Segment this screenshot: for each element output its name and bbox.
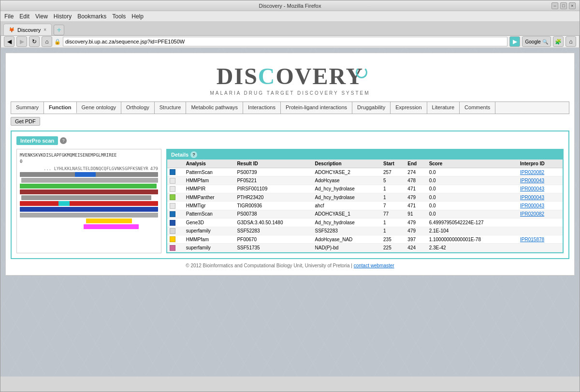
minimize-btn[interactable]: –	[551, 2, 558, 9]
row-interpro-id[interactable]: IPR000043	[518, 202, 563, 210]
main-container: DISCOVERY MALARIA DRUG TARGET DISCOVERY …	[5, 53, 575, 276]
help-icon[interactable]: ?	[60, 137, 67, 144]
seq-start: MVENKSKVKDISLAPFGKMQMEISENEMPGLMRIREE	[20, 153, 116, 158]
row-interpro-id[interactable]: IPR000043	[518, 176, 563, 185]
row-interpro-id[interactable]: IPR020082	[518, 210, 563, 218]
row-start: 1	[381, 193, 405, 202]
addon-btn[interactable]: 🧩	[553, 36, 564, 47]
tab-structure[interactable]: Structure	[155, 102, 187, 114]
col-color	[167, 160, 184, 168]
forward-btn[interactable]: ▶	[16, 36, 27, 47]
row-description: SSF52283	[313, 227, 381, 235]
row-description: ahcf	[313, 202, 381, 210]
interpro-id-link[interactable]: IPR000043	[520, 186, 544, 191]
row-interpro-id	[518, 227, 563, 235]
tab-metabolic-pathways[interactable]: Metabolic pathways	[186, 102, 243, 114]
close-btn[interactable]: ×	[569, 2, 576, 9]
table-row: PatternScanPS00738ADOHCYASE_177910.0IPR0…	[167, 210, 563, 218]
interpro-id-link[interactable]: IPR000043	[520, 203, 544, 208]
logo-container: DISCOVERY	[217, 63, 363, 89]
row-start: 1	[381, 185, 405, 193]
row-description: ADOHCYASE_2	[313, 168, 381, 176]
interpro-id-link[interactable]: IPR015878	[520, 237, 544, 242]
tab-gene-ontology[interactable]: Gene ontology	[77, 102, 122, 114]
menu-tools[interactable]: Tools	[112, 13, 126, 20]
window-title: Discovery - Mozilla Firefox	[259, 3, 321, 9]
menu-edit[interactable]: Edit	[19, 13, 29, 20]
row-interpro-id[interactable]: IPR020082	[518, 168, 563, 176]
row-score: 0.0	[427, 185, 518, 193]
scan-layout: MVENKSKVKDISLAPFGKMQMEISENEMPGLMRIREE 0 …	[16, 149, 564, 253]
row-interpro-id[interactable]: IPR000043	[518, 193, 563, 202]
menu-view[interactable]: View	[35, 13, 48, 20]
table-header-row: Analysis Result ID Description Start End…	[167, 160, 563, 168]
row-description: AdoHcyase_NAD	[313, 235, 381, 243]
interpro-id-link[interactable]: IPR000043	[520, 178, 544, 183]
browser-tab-discovery[interactable]: 🦊 Discovery ×	[3, 24, 52, 35]
row-color	[167, 244, 184, 252]
tab-close-icon[interactable]: ×	[44, 27, 46, 32]
row-analysis: Gene3D	[184, 218, 235, 227]
bar-row-4	[20, 189, 158, 194]
back-btn[interactable]: ◀	[4, 36, 14, 47]
row-score: 1.10000000000001E-78	[427, 235, 518, 243]
details-header: Details ?	[167, 150, 563, 160]
color-swatch	[170, 220, 175, 226]
maximize-btn[interactable]: □	[560, 2, 567, 9]
col-result-id: Result ID	[234, 160, 312, 168]
row-score: 0.0	[427, 210, 518, 218]
row-score: 6.49997950542224E-127	[427, 218, 518, 227]
tab-label: Discovery	[17, 27, 41, 33]
row-end: 479	[405, 218, 426, 227]
tab-function[interactable]: Function	[44, 102, 76, 114]
tab-interactions[interactable]: Interactions	[243, 102, 281, 114]
table-row: HMMPIRPIRSF001109Ad_hcy_hydrolase14710.0…	[167, 185, 563, 193]
home-btn[interactable]: ⌂	[42, 36, 52, 47]
row-analysis: PatternScan	[184, 168, 235, 176]
tab-orthology[interactable]: Orthology	[121, 102, 155, 114]
row-end: 478	[405, 176, 426, 185]
go-btn[interactable]: ▶	[509, 36, 520, 47]
tab-summary[interactable]: Summary	[11, 102, 44, 114]
pdf-button[interactable]: Get PDF	[11, 117, 40, 126]
home2-btn[interactable]: ⌂	[566, 36, 576, 47]
content-area: InterPro scan ? MVENKSKVKDISLAPFGKMQMEIS…	[11, 131, 569, 259]
search-addon-btn[interactable]: Google 🔍	[522, 36, 551, 47]
bar-row-7	[20, 207, 158, 212]
interpro-id-link[interactable]: IPR020082	[520, 170, 544, 175]
table-row: HMMPfamPF05221AdoHcyase54780.0IPR000043	[167, 176, 563, 185]
menu-history[interactable]: History	[54, 13, 72, 20]
menu-help[interactable]: Help	[131, 13, 144, 20]
row-start: 7	[381, 202, 405, 210]
reload-btn[interactable]: ↻	[29, 36, 40, 47]
menu-bookmarks[interactable]: Bookmarks	[77, 13, 106, 20]
footer-link[interactable]: contact webmaster	[354, 263, 394, 268]
address-input[interactable]	[63, 37, 508, 46]
row-analysis: superfamily	[184, 244, 235, 252]
row-interpro-id[interactable]: IPR015878	[518, 235, 563, 243]
menu-file[interactable]: File	[4, 13, 14, 20]
details-help-icon[interactable]: ?	[190, 151, 197, 158]
row-description: ADOHCYASE_1	[313, 210, 381, 218]
table-row: superfamilySSF52283SSF5228314792.1E-104	[167, 227, 563, 235]
address-bar: ◀ ▶ ↻ ⌂ 🔒 ▶ Google 🔍 🧩 ⌂	[0, 35, 580, 48]
tab-druggability[interactable]: Druggability	[352, 102, 391, 114]
color-swatch	[170, 245, 175, 251]
interpro-id-link[interactable]: IPR000043	[520, 195, 544, 200]
details-title: Details	[171, 152, 188, 158]
new-tab-btn[interactable]: +	[54, 25, 64, 35]
tab-expression[interactable]: Expression	[391, 102, 427, 114]
tab-protein-ligand[interactable]: Protein-ligand interactions	[281, 102, 352, 114]
row-score: 0.0	[427, 202, 518, 210]
color-swatch	[170, 186, 175, 192]
row-score: 2.1E-104	[427, 227, 518, 235]
tab-comments[interactable]: Comments	[460, 102, 495, 114]
table-row: PatternScanPS00739ADOHCYASE_22572740.0IP…	[167, 168, 563, 176]
tab-literature[interactable]: Literature	[427, 102, 460, 114]
row-result-id: PS00738	[234, 210, 312, 218]
row-end: 479	[405, 193, 426, 202]
interpro-id-link[interactable]: IPR020082	[520, 211, 544, 217]
table-row: HMMPantherPTHR23420Ad_hcy_hydrolase14790…	[167, 193, 563, 202]
color-swatch	[170, 169, 175, 175]
row-interpro-id[interactable]: IPR000043	[518, 185, 563, 193]
